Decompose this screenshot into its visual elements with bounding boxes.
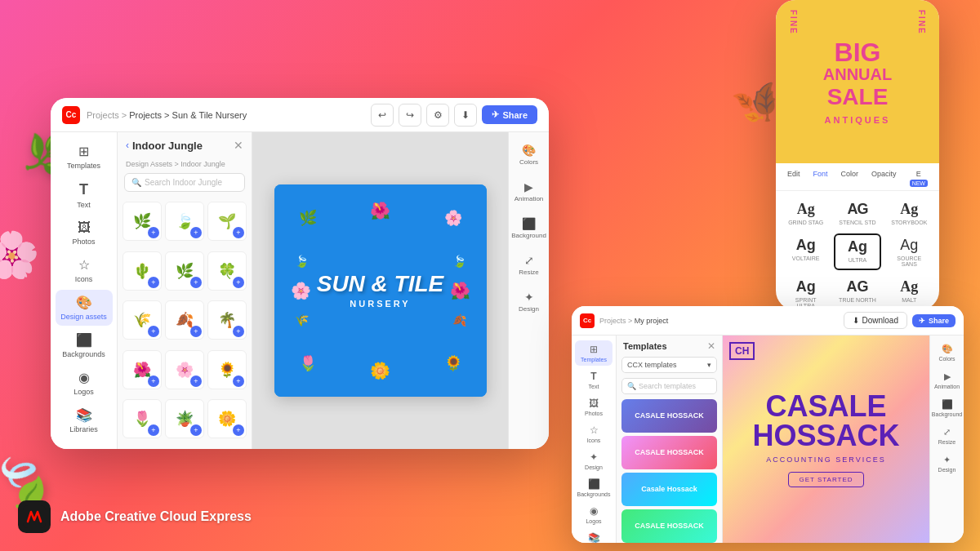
add-asset-button[interactable]: + [233,277,244,288]
add-asset-button[interactable]: + [233,424,244,436]
extra-tab[interactable]: E NEW [910,170,928,187]
undo-button[interactable]: ↩ [371,104,394,127]
brt-colors-tool[interactable]: 🎨 Colors [933,340,962,365]
brt-sidebar-photos[interactable]: 🖼 Photos [575,394,612,420]
font-ultra[interactable]: Ag ULTRA [834,233,880,270]
template-item-4[interactable]: CASALE HOSSACK [621,509,717,543]
asset-cell[interactable]: 🍂+ [165,300,204,340]
add-asset-button[interactable]: + [190,277,202,288]
fine-right-text: FINE [917,10,926,35]
font-source-sans[interactable]: Ag SOURCE SANS [886,233,933,270]
sidebar-item-libraries[interactable]: 📚 Libraries [56,402,113,438]
font-grindstag[interactable]: Ag GRIND STAG [782,198,829,229]
brt-design-tool[interactable]: ✦ Design [933,451,962,476]
brt-text-icon: T [590,371,596,382]
download-button[interactable]: ⬇ Download [844,312,907,329]
font-stencil[interactable]: AG STENCIL STD [834,198,880,229]
asset-cell[interactable]: 🌷+ [122,399,162,438]
asset-cell[interactable]: 🌼+ [207,399,247,438]
panel-search[interactable]: 🔍 Search Indoor Jungle [124,173,245,192]
panel-title: Indoor Jungle [132,140,203,152]
asset-cell[interactable]: 🌱+ [207,202,247,241]
back-arrow-icon[interactable]: ‹ [126,140,129,151]
font-storybook[interactable]: Ag STORYBOOK [886,198,933,229]
brt-colors-icon: 🎨 [942,344,953,354]
casale-line1: CASALE [765,392,886,421]
template-item-3[interactable]: Casale Hossack [621,473,717,506]
ccx-templates-dropdown[interactable]: CCX templates ▾ [621,357,717,373]
add-asset-button[interactable]: + [233,326,244,337]
asset-cell[interactable]: 🌻+ [207,350,247,389]
brt-sidebar-icons[interactable]: ☆ Icons [575,421,612,447]
brt-animation-tool[interactable]: ▶ Animation [933,368,962,393]
sidebar-item-text[interactable]: T Text [56,176,113,214]
opacity-tab[interactable]: Opacity [871,170,897,187]
brt-sidebar-design[interactable]: ✦ Design [575,448,612,473]
add-asset-button[interactable]: + [148,227,159,238]
add-asset-button[interactable]: + [148,424,159,436]
brt-libraries-icon: 📚 [588,532,600,543]
font-malt[interactable]: Ag MALT [886,275,933,310]
get-started-button[interactable]: GET STARTED [788,472,863,487]
share-button[interactable]: ✈ Share [482,105,537,124]
asset-cell[interactable]: 🌸+ [165,350,204,389]
font-true-north[interactable]: AG TRUE NORTH [834,275,880,310]
backgrounds-icon: ⬛ [76,332,92,348]
colors-tool[interactable]: 🎨 Colors [512,139,546,171]
redo-button[interactable]: ↪ [399,104,421,127]
sidebar-item-backgrounds[interactable]: ⬛ Backgrounds [56,327,113,363]
resize-tool[interactable]: ⤢ Resize [512,249,546,281]
add-asset-button[interactable]: + [190,375,202,387]
font-voltaire[interactable]: Ag VOLTAIRE [782,233,829,270]
brt-share-button[interactable]: ✈ Share [912,314,956,327]
add-asset-button[interactable]: + [190,326,202,337]
asset-cell[interactable]: 🪴+ [165,399,204,438]
templates-panel-close[interactable]: ✕ [707,340,715,352]
asset-cell[interactable]: 🌴+ [207,300,247,340]
template-item-2[interactable]: CASALE HOSSACK [621,436,717,469]
asset-cell[interactable]: 🌿+ [122,202,162,241]
brt-resize-tool[interactable]: ⤢ Resize [933,424,962,448]
brt-background-tool[interactable]: ⬛ Background [933,396,962,420]
sidebar-item-templates[interactable]: ⊞ Templates [56,139,113,175]
panel-close-button[interactable]: ✕ [234,139,243,152]
download-button[interactable]: ⬇ [454,104,477,127]
background-tool[interactable]: ⬛ Background [512,212,546,244]
brt-sidebar-logos[interactable]: ◉ Logos [575,502,612,527]
brt-sidebar-templates[interactable]: ⊞ Templates [575,340,612,366]
add-asset-button[interactable]: + [148,277,159,288]
template-item-1[interactable]: CASALE HOSSACK [621,399,717,433]
brt-sidebar-backgrounds[interactable]: ⬛ Backgrounds [575,475,612,500]
settings-button[interactable]: ⚙ [426,104,449,127]
asset-cell[interactable]: 🌵+ [122,251,162,291]
asset-cell[interactable]: 🌺+ [122,350,162,389]
sidebar-item-logos[interactable]: ◉ Logos [56,365,113,401]
templates-search-placeholder: Search templates [639,382,696,390]
font-sprint-ultra[interactable]: Ag SPRINT ULTRA [782,275,829,310]
sidebar-item-design-assets[interactable]: 🎨 Design assets [56,290,113,326]
brt-design-tool-icon: ✦ [943,455,951,465]
sidebar-item-photos[interactable]: 🖼 Photos [56,216,113,251]
asset-cell[interactable]: 🍃+ [165,202,204,241]
sidebar-item-icons[interactable]: ☆ Icons [56,252,113,288]
font-tab[interactable]: Font [813,170,828,187]
add-asset-button[interactable]: + [233,375,244,387]
brt-design-icon: ✦ [590,451,598,463]
asset-cell[interactable]: 🍀+ [207,251,247,291]
brand-logo [18,500,51,533]
color-tab[interactable]: Color [841,170,859,187]
templates-search[interactable]: 🔍 Search templates [621,378,717,394]
brt-sidebar-libraries[interactable]: 📚 Libraries [575,529,612,543]
edit-tab[interactable]: Edit [787,170,800,187]
add-asset-button[interactable]: + [148,375,159,387]
add-asset-button[interactable]: + [233,227,244,238]
design-tool[interactable]: ✦ Design [512,286,546,318]
animation-tool[interactable]: ▶ Animation [512,176,546,207]
left-tablet: Cc Projects > Projects > Sun & Tile Nurs… [51,98,549,449]
add-asset-button[interactable]: + [190,227,202,238]
asset-cell[interactable]: 🌿+ [165,251,204,291]
add-asset-button[interactable]: + [190,424,202,436]
brt-sidebar-text[interactable]: T Text [575,367,612,393]
asset-cell[interactable]: 🌾+ [122,300,162,340]
add-asset-button[interactable]: + [148,326,159,337]
